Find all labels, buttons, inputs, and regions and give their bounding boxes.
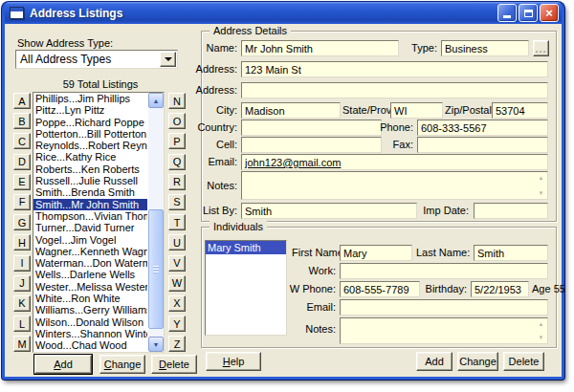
zip-field[interactable]: 53704 — [492, 102, 548, 119]
alpha-jump-button[interactable]: I — [13, 255, 31, 272]
impdate-field[interactable] — [474, 203, 548, 219]
scroll-down-icon: ▼ — [537, 190, 545, 196]
list-item[interactable]: Williams...Gerry Williams — [33, 304, 147, 316]
window-title: Address Listings — [30, 7, 496, 20]
listby-label: List By: — [161, 205, 237, 217]
alpha-jump-button[interactable]: F — [13, 194, 31, 210]
list-item[interactable]: Potterton...Bill Potterton — [33, 128, 147, 140]
list-item[interactable]: Rice...Kathy Rice — [33, 151, 147, 163]
list-item[interactable]: Pittz...Lyn Pittz — [33, 104, 147, 116]
scroll-down-icon[interactable]: ▼ — [148, 337, 164, 352]
alpha-jump-button[interactable]: Z — [168, 336, 186, 352]
delete-listing-button[interactable]: Delete — [151, 355, 197, 374]
address-type-label: Show Address Type: — [17, 37, 113, 50]
address2-field[interactable] — [241, 82, 548, 98]
list-item[interactable]: Wagner...Kenneth Wagner — [33, 246, 147, 257]
work-label: Work: — [292, 265, 336, 277]
list-item[interactable]: Phillips...Jim Phillips — [33, 93, 147, 104]
total-listings-label: 59 Total Listings — [24, 78, 177, 91]
alpha-jump-button[interactable]: L — [13, 316, 31, 332]
alpha-jump-button[interactable]: A — [13, 93, 31, 109]
list-item[interactable]: Wilson...Donald Wilson — [33, 316, 147, 328]
alpha-jump-button[interactable]: U — [168, 234, 186, 250]
alpha-jump-button[interactable]: J — [13, 275, 31, 292]
list-item[interactable]: Russell...Julie Russell — [33, 175, 147, 186]
notes-label: Notes: — [161, 180, 237, 192]
list-item[interactable]: Wester...Melissa Wester — [33, 281, 147, 293]
close-button[interactable]: × — [540, 4, 559, 22]
phone-field[interactable]: 608-333-5567 — [417, 120, 548, 136]
work-field[interactable] — [340, 263, 548, 279]
city-field[interactable]: Madison — [241, 102, 341, 119]
list-item[interactable]: Smith...Mr John Smith — [33, 199, 147, 210]
listby-field[interactable]: Smith — [241, 203, 417, 219]
birthday-field[interactable]: 5/22/1953 — [471, 281, 529, 297]
maximize-button[interactable] — [519, 4, 538, 22]
list-item[interactable]: Turner...David Turner — [33, 222, 147, 233]
change-individual-button[interactable]: Change — [457, 352, 498, 371]
list-item[interactable]: Waterman...Don Waterman — [33, 257, 147, 269]
list-item[interactable]: Vogel...Jim Vogel — [33, 234, 147, 246]
first-name-label: First Name: — [292, 247, 336, 259]
wphone-field[interactable]: 608-555-7789 — [340, 281, 420, 297]
list-item[interactable]: Poppe...Richard Poppe — [33, 117, 147, 128]
alpha-jump-button[interactable]: M — [13, 336, 31, 352]
alpha-jump-button[interactable]: Y — [168, 316, 186, 332]
name-field[interactable]: Mr John Smith — [241, 40, 399, 56]
scroll-up-icon: ▲ — [537, 321, 545, 327]
list-item[interactable]: Winters...Shannon Winters — [33, 328, 147, 339]
change-listing-button[interactable]: Change — [99, 355, 145, 374]
alpha-jump-button[interactable]: D — [13, 154, 31, 170]
add-individual-button[interactable]: Add — [416, 352, 453, 371]
listings-items: Phillips...Jim PhillipsPittz...Lyn Pittz… — [33, 93, 147, 352]
fax-field[interactable] — [417, 137, 548, 153]
address-type-select[interactable]: All Address Types — [15, 50, 178, 69]
alpha-jump-button[interactable]: K — [13, 295, 31, 312]
maximize-icon — [524, 10, 533, 17]
list-item[interactable]: Wood...Chad Wood — [33, 339, 147, 351]
individuals-listbox[interactable]: Mary Smith — [205, 240, 287, 336]
type-label: Type: — [395, 42, 437, 54]
last-name-field[interactable]: Smith — [474, 245, 548, 261]
address1-field[interactable]: 123 Main St — [241, 61, 548, 77]
alpha-jump-button[interactable]: V — [168, 255, 186, 272]
list-item[interactable]: Wells...Darlene Wells — [33, 269, 147, 280]
first-name-field[interactable]: Mary — [340, 245, 412, 261]
notes-field[interactable]: ▲ ▼ — [241, 171, 548, 200]
individual-email-field[interactable] — [340, 299, 548, 316]
alpha-jump-button[interactable]: C — [13, 133, 31, 149]
impdate-label: Imp Date: — [419, 205, 469, 217]
city-label: City: — [161, 104, 237, 117]
alpha-jump-button[interactable]: G — [13, 214, 31, 230]
address-type-value: All Address Types — [16, 53, 160, 66]
scroll-down-icon: ▼ — [537, 335, 545, 340]
individual-notes-field[interactable]: ▲ ▼ — [340, 317, 548, 344]
country-field[interactable] — [241, 120, 382, 136]
add-listing-button[interactable]: Add — [34, 355, 92, 374]
list-item[interactable]: White...Ron White — [33, 293, 147, 304]
alpha-jump-button[interactable]: B — [13, 113, 31, 129]
list-item[interactable]: Roberts...Ken Roberts — [33, 163, 147, 175]
email-field[interactable]: john123@gmail.com — [241, 154, 548, 170]
type-more-button[interactable]: ... — [533, 40, 549, 56]
screen: Address Listings × Show Address Type: Al… — [0, 0, 574, 392]
individual-item[interactable]: Mary Smith — [206, 241, 286, 254]
delete-individual-button[interactable]: Delete — [503, 352, 544, 371]
scrollbar-thumb[interactable] — [148, 209, 164, 329]
alpha-jump-button[interactable]: E — [13, 174, 31, 190]
alpha-jump-button[interactable]: H — [13, 234, 31, 250]
email-label: Email: — [161, 156, 237, 168]
type-field[interactable]: Business — [441, 40, 529, 56]
alpha-jump-button[interactable]: W — [168, 275, 186, 292]
fax-label: Fax: — [380, 139, 413, 151]
list-item[interactable]: Reynolds...Robert Reynolds — [33, 140, 147, 151]
state-field[interactable]: WI — [390, 102, 443, 119]
list-item[interactable]: Smith...Brenda Smith — [33, 186, 147, 198]
help-button[interactable]: Help — [206, 352, 261, 371]
list-item[interactable]: Thompson...Vivian Thompson — [33, 210, 147, 222]
listings-listbox[interactable]: Phillips...Jim PhillipsPittz...Lyn Pittz… — [33, 92, 165, 353]
alpha-jump-button[interactable]: X — [168, 295, 186, 312]
cell-field[interactable] — [241, 137, 382, 153]
minimize-button[interactable] — [497, 4, 517, 22]
titlebar[interactable]: Address Listings × — [5, 2, 562, 24]
